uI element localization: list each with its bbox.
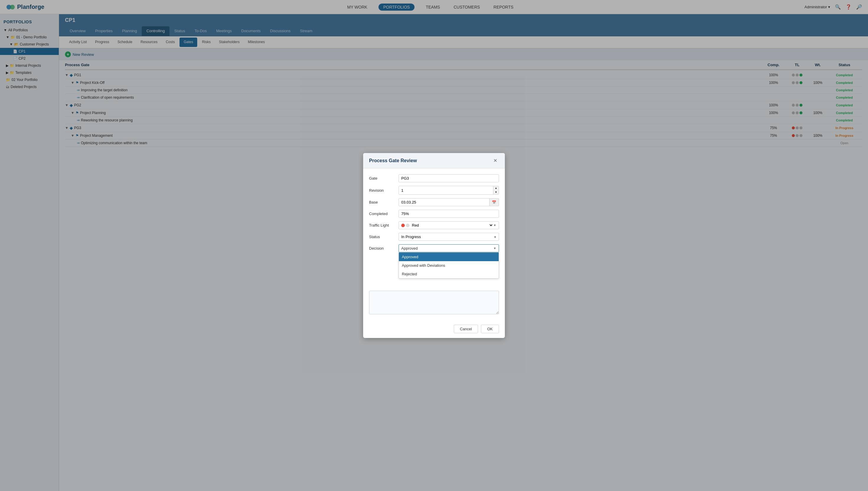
status-label: Status [369,235,399,239]
decision-dropdown-menu: Approved Approved with Deviations Reject… [399,252,499,279]
spin-down-button[interactable]: ▼ [493,190,499,194]
base-label: Base [369,200,399,204]
completed-label: Completed [369,211,399,216]
cancel-button[interactable]: Cancel [454,325,478,333]
revision-label: Revision [369,188,399,193]
decision-option-approved-deviations[interactable]: Approved with Deviations [399,261,499,270]
process-gate-review-modal: Process Gate Review ✕ Gate Revision ▲ ▼ [363,153,505,338]
spin-buttons: ▲ ▼ [493,186,499,195]
status-select[interactable]: In Progress Completed Open [399,233,499,241]
decision-option-approved[interactable]: Approved [399,253,499,261]
calendar-icon-button[interactable]: 📅 [490,198,499,206]
gate-field-row: Gate [369,174,499,182]
modal-header: Process Gate Review ✕ [363,153,505,168]
revision-field-row: Revision ▲ ▼ [369,186,499,195]
ok-button[interactable]: OK [481,325,499,333]
traffic-light-gray-dot [406,224,409,227]
select-arrow-icon: ▼ [493,224,496,227]
traffic-light-red-dot [401,224,405,227]
gate-input[interactable] [399,174,499,182]
base-field-row: Base 📅 [369,198,499,206]
spin-up-button[interactable]: ▲ [493,186,499,190]
notes-spacer [369,291,499,315]
gate-label: Gate [369,176,399,180]
date-wrapper: 📅 [399,198,499,206]
completed-field-row: Completed [369,210,499,218]
decision-arrow-icon: ▼ [493,247,496,250]
traffic-light-wrapper[interactable]: Red Yellow Green ▼ [399,221,499,229]
traffic-light-field-row: Traffic Light Red Yellow Green ▼ [369,221,499,229]
base-date-input[interactable] [399,198,490,206]
status-select-wrapper: In Progress Completed Open ▼ [399,233,499,241]
modal-title: Process Gate Review [369,158,417,163]
status-field-row: Status In Progress Completed Open ▼ [369,233,499,241]
completed-input[interactable] [399,210,499,218]
traffic-light-label: Traffic Light [369,223,399,228]
modal-body: Gate Revision ▲ ▼ Base 📅 [363,168,505,321]
traffic-light-select[interactable]: Red Yellow Green [411,223,493,228]
notes-textarea[interactable] [369,291,499,314]
revision-spinner: ▲ ▼ [399,186,499,195]
modal-close-button[interactable]: ✕ [492,157,499,164]
decision-select-display[interactable]: Approved ▼ [399,244,499,252]
modal-footer: Cancel OK [363,321,505,338]
revision-input[interactable] [399,186,493,195]
decision-option-rejected[interactable]: Rejected [399,270,499,278]
decision-value: Approved [401,246,418,251]
modal-overlay: Process Gate Review ✕ Gate Revision ▲ ▼ [0,0,868,491]
decision-label: Decision [369,246,399,251]
decision-field-row: Decision Approved ▼ Approved Approved wi… [369,244,499,252]
decision-dropdown-wrapper: Approved ▼ Approved Approved with Deviat… [399,244,499,252]
